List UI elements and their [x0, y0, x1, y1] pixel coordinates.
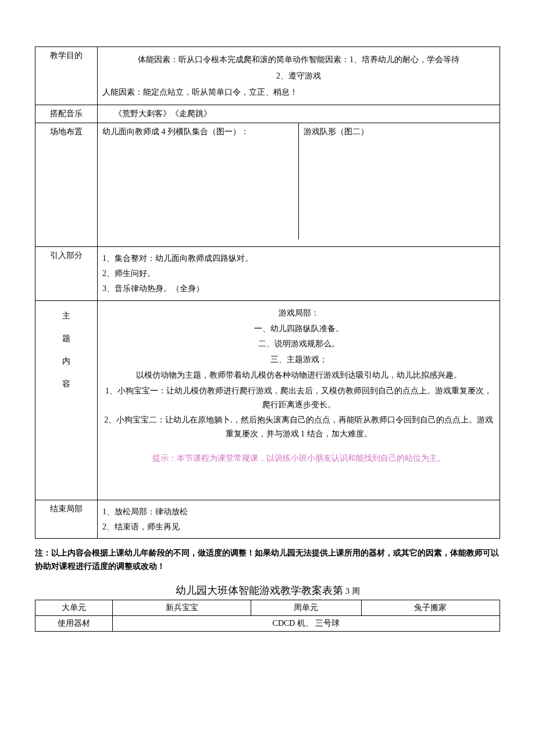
sub-row2: 使用器材 CDCD 机、 三号球 — [35, 616, 500, 632]
theme-hint: 提示：本节课程为课堂常规课，以训练小班小朋友认识和能找到自己的站位为主。 — [102, 452, 495, 465]
subtitle-week: 3 周 — [345, 587, 360, 596]
end-label: 结束局部 — [35, 500, 98, 539]
end-content: 1、放松局部：律动放松 2、结束语，师生再见 — [98, 500, 500, 539]
theme-label: 主 题 内 容 — [35, 300, 98, 500]
intro-l2: 2、师生问好。 — [102, 267, 495, 281]
goal-content: 体能因素：听从口令根本完成爬和滚的简单动作智能因素：1、培养幼儿的耐心，学会等待… — [98, 47, 500, 105]
field-label: 场地布置 — [35, 123, 98, 247]
theme-label-3: 内 — [40, 350, 92, 372]
goal-label: 教学目的 — [35, 47, 98, 105]
theme-p1: 游戏局部： — [102, 306, 495, 320]
sub-row1: 大单元 新兵宝宝 周单元 兔子搬家 — [35, 600, 500, 616]
footer-note: 注：以上内容会根据上课幼儿年龄段的不同，做适度的调整！如果幼儿园无法提供上课所用… — [35, 547, 500, 573]
theme-p4: 三、主题游戏； — [102, 353, 495, 367]
row-theme: 主 题 内 容 游戏局部： 一、幼儿四路纵队准备。 二、说明游戏规那么。 三、主… — [35, 300, 500, 500]
music-label: 搭配音乐 — [35, 105, 98, 123]
field-left: 幼儿面向教师成 4 列横队集合（图一）： — [98, 123, 299, 239]
row-end: 结束局部 1、放松局部：律动放松 2、结束语，师生再见 — [35, 500, 500, 539]
sub-table: 大单元 新兵宝宝 周单元 兔子搬家 使用器材 CDCD 机、 三号球 — [35, 600, 500, 632]
theme-label-4: 容 — [40, 372, 92, 395]
music-value: 《荒野大刺客》《走爬跳》 — [98, 105, 500, 123]
sub-r1c3: 周单元 — [251, 600, 362, 616]
row-intro: 引入部分 1、集合整对：幼儿面向教师成四路纵对。 2、师生问好。 3、音乐律动热… — [35, 247, 500, 300]
goal-line2: 2、遵守游戏 — [102, 69, 495, 83]
sub-r2c1: 使用器材 — [35, 616, 113, 632]
intro-label: 引入部分 — [35, 247, 98, 300]
field-content: 幼儿面向教师成 4 列横队集合（图一）： 游戏队形（图二） — [98, 123, 500, 247]
theme-p3: 二、说明游戏规那么。 — [102, 337, 495, 351]
sub-r1c1: 大单元 — [35, 600, 113, 616]
sub-r1c2: 新兵宝宝 — [113, 600, 251, 616]
theme-p7: 2、小狗宝宝二：让幼儿在原地躺卜.，然后抱头滚离自己的点点，再能听从教师口令回到… — [102, 413, 495, 441]
theme-p5: 以模仿动物为主题，教师带着幼儿模仿各种动物进行游戏到达吸引幼儿，幼儿比拟感兴趣。 — [102, 368, 495, 382]
theme-content: 游戏局部： 一、幼儿四路纵队准备。 二、说明游戏规那么。 三、主题游戏； 以模仿… — [98, 300, 500, 500]
intro-content: 1、集合整对：幼儿面向教师成四路纵对。 2、师生问好。 3、音乐律动热身。（全身… — [98, 247, 500, 300]
lesson-plan-table: 教学目的 体能因素：听从口令根本完成爬和滚的简单动作智能因素：1、培养幼儿的耐心… — [35, 46, 500, 539]
row-music: 搭配音乐 《荒野大刺客》《走爬跳》 — [35, 105, 500, 123]
sub-r2c2: CDCD 机、 三号球 — [113, 616, 500, 632]
theme-label-1: 主 — [40, 304, 92, 327]
subtitle: 幼儿园大班体智能游戏教学教案表第 3 周 — [35, 583, 500, 597]
row-goal: 教学目的 体能因素：听从口令根本完成爬和滚的简单动作智能因素：1、培养幼儿的耐心… — [35, 47, 500, 105]
end-l2: 2、结束语，师生再见 — [102, 520, 495, 534]
goal-line1: 体能因素：听从口令根本完成爬和滚的简单动作智能因素：1、培养幼儿的耐心，学会等待 — [102, 53, 495, 67]
intro-l3: 3、音乐律动热身。（全身） — [102, 282, 495, 296]
subtitle-main: 幼儿园大班体智能游戏教学教案表第 — [176, 585, 346, 596]
row-field: 场地布置 幼儿面向教师成 4 列横队集合（图一）： 游戏队形（图二） — [35, 123, 500, 247]
sub-r1c4: 兔子搬家 — [361, 600, 500, 616]
goal-line3: 人能因素：能定点站立，听从简单口令，立正、稍息！ — [102, 85, 495, 99]
field-right: 游戏队形（图二） — [299, 123, 500, 239]
end-l1: 1、放松局部：律动放松 — [102, 505, 495, 519]
theme-label-2: 题 — [40, 327, 92, 350]
intro-l1: 1、集合整对：幼儿面向教师成四路纵对。 — [102, 252, 495, 266]
theme-p6: 1、小狗宝宝一：让幼儿模仿教师进行爬行游戏，爬出去后，又模仿教师回到自己的点点上… — [102, 384, 495, 412]
theme-p2: 一、幼儿四路纵队准备。 — [102, 322, 495, 336]
